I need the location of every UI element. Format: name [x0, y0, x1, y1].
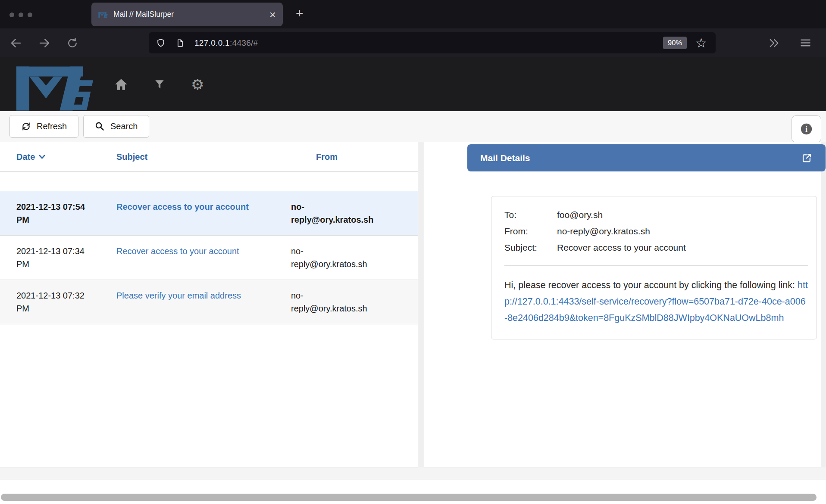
panel-gutter	[418, 142, 424, 467]
subject-value: Recover access to your account	[557, 240, 808, 256]
menu-hamburger-icon[interactable]	[800, 37, 811, 49]
mail-body: Hi, please recover access to your accoun…	[504, 277, 808, 326]
mailslurper-favicon	[98, 12, 108, 18]
mailslurper-logo[interactable]	[16, 61, 96, 111]
mail-date: 2021-12-13 07:32 PM	[16, 289, 116, 315]
subject-label: Subject:	[504, 240, 557, 256]
search-icon	[95, 121, 105, 131]
browser-navbar: 127.0.0.1:4436/# 90% ☆	[0, 28, 826, 57]
mail-from: no-reply@ory.kratos.sh	[291, 245, 377, 271]
horizontal-scrollbar-thumb[interactable]	[1, 494, 817, 501]
page-bottom	[0, 479, 826, 504]
mail-from: no-reply@ory.kratos.sh	[291, 289, 377, 315]
mail-subject-link[interactable]: Please verify your email address	[116, 291, 241, 300]
mail-from: no-reply@ory.kratos.sh	[291, 200, 377, 226]
window-controls[interactable]	[9, 12, 32, 17]
bottom-strip	[0, 467, 826, 479]
from-label: From:	[504, 223, 557, 240]
filter-icon[interactable]	[154, 79, 165, 90]
column-header-date[interactable]: Date	[16, 152, 116, 162]
column-header-from[interactable]: From	[291, 152, 377, 162]
svg-text:i: i	[805, 125, 807, 134]
mail-details-header: Mail Details	[467, 144, 826, 171]
reload-icon[interactable]	[66, 37, 78, 49]
back-icon[interactable]	[9, 37, 22, 50]
list-spacer	[0, 172, 418, 191]
tab-strip: Mail // MailSlurper × +	[0, 0, 826, 28]
new-tab-button[interactable]: +	[296, 6, 303, 21]
card-divider	[504, 265, 808, 266]
mail-row[interactable]: 2021-12-13 07:34 PM Recover access to yo…	[0, 236, 418, 280]
mail-subject-link[interactable]: Recover access to your account	[116, 246, 239, 256]
app-toolbar: Refresh Search i	[0, 111, 826, 142]
tab-title: Mail // MailSlurper	[113, 10, 266, 19]
sort-chevron-down-icon	[39, 155, 45, 159]
mail-row[interactable]: 2021-12-13 07:54 PM Recover access to yo…	[0, 191, 418, 236]
mail-body-text: Hi, please recover access to your accoun…	[504, 280, 798, 290]
search-button[interactable]: Search	[83, 115, 149, 138]
tab-close-icon[interactable]: ×	[269, 9, 276, 20]
mail-row[interactable]: 2021-12-13 07:32 PM Please verify your e…	[0, 280, 418, 324]
mail-date: 2021-12-13 07:54 PM	[16, 200, 116, 226]
search-label: Search	[110, 121, 138, 131]
open-external-icon[interactable]	[801, 152, 813, 164]
mail-subject-link[interactable]: Recover access to your account	[116, 202, 249, 212]
zoom-level-badge[interactable]: 90%	[663, 37, 687, 49]
overflow-chevrons-icon[interactable]	[768, 37, 780, 49]
browser-window: Mail // MailSlurper × + 127.0.0.1:4436/#…	[0, 0, 826, 504]
info-button[interactable]: i	[792, 115, 821, 143]
url-text: 127.0.0.1:4436/#	[194, 38, 663, 48]
url-bar[interactable]: 127.0.0.1:4436/# 90% ☆	[149, 32, 716, 53]
from-value: no-reply@ory.kratos.sh	[557, 223, 808, 240]
browser-tab[interactable]: Mail // MailSlurper ×	[91, 3, 283, 26]
to-label: To:	[504, 207, 557, 223]
refresh-icon	[21, 121, 31, 131]
refresh-button[interactable]: Refresh	[9, 115, 78, 138]
refresh-label: Refresh	[37, 121, 67, 131]
forward-icon[interactable]	[38, 37, 51, 50]
mail-list-header: Date Subject From	[0, 142, 418, 172]
shield-icon[interactable]	[156, 38, 166, 48]
page-icon[interactable]	[175, 38, 185, 48]
to-value: foo@ory.sh	[557, 207, 808, 223]
mail-details-card: To:foo@ory.sh From:no-reply@ory.kratos.s…	[491, 196, 817, 339]
mail-list-panel: Date Subject From 2021-12-13 07:54 PM Re…	[0, 142, 418, 467]
mail-details-title: Mail Details	[480, 153, 801, 163]
bookmark-star-icon[interactable]: ☆	[695, 37, 707, 50]
home-icon[interactable]	[114, 78, 128, 91]
main-content: Date Subject From 2021-12-13 07:54 PM Re…	[0, 142, 826, 467]
gear-icon[interactable]: ⚙	[191, 77, 204, 92]
mail-date: 2021-12-13 07:34 PM	[16, 245, 116, 271]
info-icon: i	[800, 123, 813, 135]
column-header-subject[interactable]: Subject	[116, 152, 291, 162]
mail-details-panel: Mail Details To:foo@ory.sh From:no-reply…	[424, 142, 821, 467]
app-navbar: ⚙	[0, 57, 826, 111]
